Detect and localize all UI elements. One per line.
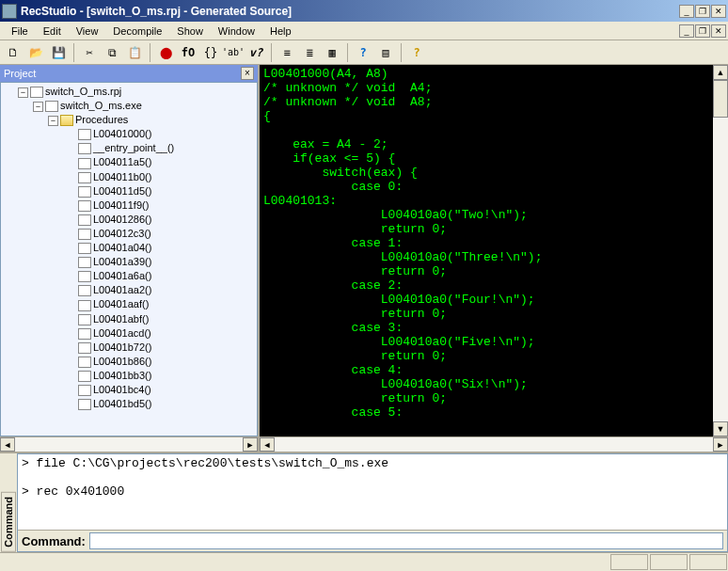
open-button[interactable]: 📂: [26, 43, 45, 62]
scroll-track[interactable]: [15, 437, 243, 452]
collapse-icon[interactable]: −: [33, 102, 43, 112]
procedure-icon: [78, 172, 91, 183]
cut-button[interactable]: ✂: [80, 43, 99, 62]
mdi-minimize-button[interactable]: _: [679, 24, 694, 38]
scroll-left-button[interactable]: ◄: [0, 437, 15, 452]
project-panel-close-button[interactable]: ×: [241, 67, 254, 80]
tree-label: L004012c3(): [93, 228, 151, 239]
tree-label: L00401a39(): [93, 256, 151, 267]
tree-procedure-item[interactable]: L00401a6a(): [3, 269, 255, 283]
maximize-button[interactable]: ❐: [695, 5, 710, 18]
save-button[interactable]: 💾: [49, 43, 68, 62]
decompile-fo-button[interactable]: fO: [179, 43, 198, 62]
status-cell: [689, 554, 727, 570]
tree-label: Procedures: [75, 114, 128, 125]
help-1-button[interactable]: ?: [354, 43, 372, 62]
project-hscrollbar[interactable]: ◄ ►: [0, 436, 258, 452]
tree-procedure-item[interactable]: L00401acd(): [3, 326, 255, 341]
code-vscrollbar[interactable]: ▲ ▼: [713, 65, 728, 436]
tree-procedure-item[interactable]: L00401b86(): [3, 355, 255, 369]
menubar: File Edit View Decompile Show Window Hel…: [0, 22, 728, 40]
tree-label: L00401a04(): [93, 242, 151, 253]
tree-procedure-item[interactable]: L00401bd5(): [3, 397, 255, 411]
menu-show[interactable]: Show: [169, 24, 211, 39]
scroll-left-button[interactable]: ◄: [260, 437, 275, 452]
code-panel: L00401000(A4, A8) /* unknown */ void A4;…: [260, 65, 728, 452]
tree-label: L004011a5(): [93, 156, 151, 167]
command-input[interactable]: [89, 532, 723, 549]
mdi-restore-button[interactable]: ❐: [695, 24, 710, 38]
titlebar: RecStudio - [switch_O_ms.rpj - Generated…: [0, 0, 728, 22]
decompile-1-button[interactable]: ⬤: [156, 43, 175, 62]
scroll-thumb[interactable]: [713, 80, 728, 118]
tree-procedure-item[interactable]: L004011b0(): [3, 170, 255, 184]
project-tree[interactable]: −switch_O_ms.rpj −switch_O_ms.exe −Proce…: [0, 82, 258, 436]
procedure-icon: [78, 285, 91, 296]
project-panel: Project × −switch_O_ms.rpj −switch_O_ms.…: [0, 65, 260, 452]
collapse-icon[interactable]: −: [48, 116, 58, 126]
tree-procedure-item[interactable]: L00401286(): [3, 213, 255, 227]
tree-procedures[interactable]: −Procedures: [3, 113, 255, 127]
console-output[interactable]: > file C:\CG\projects\rec200\tests\switc…: [18, 454, 727, 530]
help-2-button[interactable]: ▤: [376, 43, 395, 62]
mdi-close-button[interactable]: ✕: [711, 24, 726, 38]
tree-procedure-item[interactable]: L00401a04(): [3, 241, 255, 255]
menu-help[interactable]: Help: [262, 24, 299, 39]
procedure-icon: [78, 214, 91, 226]
scroll-track[interactable]: [275, 437, 713, 452]
tree-procedure-item[interactable]: L00401bc4(): [3, 383, 255, 397]
console-tab[interactable]: Command: [0, 453, 17, 552]
tree-procedure-item[interactable]: L004011d5(): [3, 184, 255, 198]
tree-procedure-item[interactable]: L00401abf(): [3, 312, 255, 326]
menu-edit[interactable]: Edit: [36, 24, 69, 39]
menu-file[interactable]: File: [4, 24, 36, 39]
tree-procedure-item[interactable]: L00401aaf(): [3, 297, 255, 311]
procedure-icon: [78, 271, 91, 282]
separator: [150, 43, 150, 62]
scroll-right-button[interactable]: ►: [243, 437, 258, 452]
tree-procedure-item[interactable]: L00401bb3(): [3, 369, 255, 383]
code-hscrollbar[interactable]: ◄ ►: [260, 436, 728, 452]
menu-window[interactable]: Window: [211, 24, 262, 39]
menu-decompile[interactable]: Decompile: [105, 24, 169, 39]
command-row: Command:: [18, 530, 727, 551]
decompile-vq-button[interactable]: v?: [246, 43, 265, 62]
procedure-icon: [78, 143, 91, 154]
scroll-up-button[interactable]: ▲: [713, 65, 728, 80]
tree-label: L00401acd(): [93, 327, 151, 339]
tree-procedure-item[interactable]: L00401000(): [3, 127, 255, 141]
minimize-button[interactable]: _: [679, 5, 694, 18]
paste-button[interactable]: 📋: [125, 43, 144, 62]
copy-button[interactable]: ⧉: [103, 43, 121, 62]
scroll-track[interactable]: [713, 80, 728, 421]
procedure-icon: [78, 243, 91, 254]
tree-procedure-item[interactable]: L004011a5(): [3, 155, 255, 169]
procedure-icon: [78, 200, 91, 212]
help-3-button[interactable]: ?: [407, 43, 426, 62]
scroll-down-button[interactable]: ▼: [713, 421, 728, 436]
status-cell: [650, 554, 688, 570]
tree-procedure-item[interactable]: __entry_point__(): [3, 141, 255, 155]
tree-exe[interactable]: −switch_O_ms.exe: [3, 99, 255, 113]
decompile-braces-button[interactable]: {}: [201, 43, 220, 62]
tree-procedure-item[interactable]: L00401a39(): [3, 255, 255, 269]
statusbar: [0, 552, 728, 571]
view-3-button[interactable]: ▦: [323, 43, 341, 62]
tree-root[interactable]: −switch_O_ms.rpj: [3, 85, 255, 99]
procedure-icon: [78, 229, 91, 240]
scroll-right-button[interactable]: ►: [713, 437, 728, 452]
view-2-button[interactable]: ≣: [300, 43, 319, 62]
tree-procedure-item[interactable]: L00401b72(): [3, 341, 255, 355]
menu-view[interactable]: View: [69, 24, 106, 39]
procedure-icon: [78, 257, 91, 268]
new-button[interactable]: 🗋: [4, 43, 23, 62]
close-button[interactable]: ✕: [711, 5, 726, 18]
source-code-view[interactable]: L00401000(A4, A8) /* unknown */ void A4;…: [260, 65, 713, 436]
tree-procedure-item[interactable]: L004012c3(): [3, 227, 255, 241]
collapse-icon[interactable]: −: [18, 87, 28, 98]
folder-icon: [60, 115, 73, 126]
view-1-button[interactable]: ≡: [277, 43, 296, 62]
decompile-ab-button[interactable]: 'ab': [224, 43, 243, 62]
tree-procedure-item[interactable]: L004011f9(): [3, 198, 255, 213]
tree-procedure-item[interactable]: L00401aa2(): [3, 283, 255, 297]
